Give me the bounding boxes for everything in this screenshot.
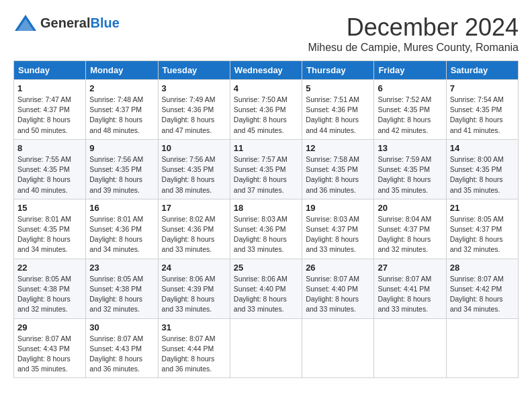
calendar-cell: 26 Sunrise: 8:07 AMSunset: 4:40 PMDaylig… xyxy=(302,259,374,318)
calendar-cell xyxy=(446,318,518,378)
day-detail: Sunrise: 8:06 AMSunset: 4:39 PMDaylight:… xyxy=(162,275,216,314)
day-detail: Sunrise: 7:57 AMSunset: 4:35 PMDaylight:… xyxy=(234,155,287,194)
day-number: 15 xyxy=(17,203,82,213)
weekday-header-wednesday: Wednesday xyxy=(230,61,302,80)
day-detail: Sunrise: 7:54 AMSunset: 4:35 PMDaylight:… xyxy=(450,95,504,134)
day-detail: Sunrise: 8:01 AMSunset: 4:36 PMDaylight:… xyxy=(89,215,143,254)
day-number: 26 xyxy=(306,263,370,273)
day-detail: Sunrise: 8:04 AMSunset: 4:37 PMDaylight:… xyxy=(378,215,431,254)
calendar-week-1: 1 Sunrise: 7:47 AMSunset: 4:37 PMDayligh… xyxy=(14,80,519,140)
calendar-cell: 7 Sunrise: 7:54 AMSunset: 4:35 PMDayligh… xyxy=(446,80,518,140)
weekday-header-tuesday: Tuesday xyxy=(158,61,230,80)
calendar-cell: 8 Sunrise: 7:55 AMSunset: 4:35 PMDayligh… xyxy=(14,139,86,199)
calendar-table: SundayMondayTuesdayWednesdayThursdayFrid… xyxy=(13,60,519,378)
day-number: 13 xyxy=(378,143,442,153)
weekday-header-sunday: Sunday xyxy=(14,61,86,80)
day-detail: Sunrise: 7:49 AMSunset: 4:36 PMDaylight:… xyxy=(162,95,216,134)
day-number: 2 xyxy=(89,83,154,93)
calendar-cell: 23 Sunrise: 8:05 AMSunset: 4:38 PMDaylig… xyxy=(86,259,158,318)
calendar-cell: 16 Sunrise: 8:01 AMSunset: 4:36 PMDaylig… xyxy=(86,199,158,259)
day-number: 6 xyxy=(378,83,442,93)
calendar-cell: 10 Sunrise: 7:56 AMSunset: 4:35 PMDaylig… xyxy=(158,139,230,199)
day-number: 16 xyxy=(89,203,154,213)
day-number: 10 xyxy=(162,143,226,153)
calendar-cell: 19 Sunrise: 8:03 AMSunset: 4:37 PMDaylig… xyxy=(302,199,374,259)
calendar-cell: 17 Sunrise: 8:02 AMSunset: 4:36 PMDaylig… xyxy=(158,199,230,259)
day-number: 1 xyxy=(17,83,82,93)
calendar-cell: 21 Sunrise: 8:05 AMSunset: 4:37 PMDaylig… xyxy=(446,199,518,259)
logo-icon xyxy=(13,13,38,32)
calendar-cell: 29 Sunrise: 8:07 AMSunset: 4:43 PMDaylig… xyxy=(14,318,86,378)
logo-general: General xyxy=(40,15,90,30)
day-number: 18 xyxy=(234,203,298,213)
day-number: 21 xyxy=(450,203,515,213)
weekday-header-saturday: Saturday xyxy=(446,61,518,80)
day-number: 25 xyxy=(234,263,298,273)
day-number: 9 xyxy=(89,143,154,153)
calendar-cell: 6 Sunrise: 7:52 AMSunset: 4:35 PMDayligh… xyxy=(374,80,446,140)
day-detail: Sunrise: 8:02 AMSunset: 4:36 PMDaylight:… xyxy=(162,215,216,254)
calendar-cell: 3 Sunrise: 7:49 AMSunset: 4:36 PMDayligh… xyxy=(158,80,230,140)
day-number: 28 xyxy=(450,263,515,273)
day-detail: Sunrise: 8:07 AMSunset: 4:41 PMDaylight:… xyxy=(378,275,431,314)
calendar-cell: 13 Sunrise: 7:59 AMSunset: 4:35 PMDaylig… xyxy=(374,139,446,199)
day-detail: Sunrise: 7:56 AMSunset: 4:35 PMDaylight:… xyxy=(162,155,216,194)
month-title: December 2024 xyxy=(308,13,519,42)
day-detail: Sunrise: 7:51 AMSunset: 4:36 PMDaylight:… xyxy=(306,95,359,134)
calendar-cell: 15 Sunrise: 8:01 AMSunset: 4:35 PMDaylig… xyxy=(14,199,86,259)
calendar-cell: 31 Sunrise: 8:07 AMSunset: 4:44 PMDaylig… xyxy=(158,318,230,378)
day-detail: Sunrise: 8:06 AMSunset: 4:40 PMDaylight:… xyxy=(234,275,287,314)
day-detail: Sunrise: 7:47 AMSunset: 4:37 PMDaylight:… xyxy=(17,95,71,134)
day-detail: Sunrise: 7:48 AMSunset: 4:37 PMDaylight:… xyxy=(89,95,143,134)
day-number: 8 xyxy=(17,143,82,153)
calendar-cell: 4 Sunrise: 7:50 AMSunset: 4:36 PMDayligh… xyxy=(230,80,302,140)
title-section: December 2024 Mihesu de Campie, Mures Co… xyxy=(308,13,519,54)
day-detail: Sunrise: 7:59 AMSunset: 4:35 PMDaylight:… xyxy=(378,155,431,194)
calendar-cell xyxy=(230,318,302,378)
day-detail: Sunrise: 8:05 AMSunset: 4:37 PMDaylight:… xyxy=(450,215,504,254)
calendar-cell: 5 Sunrise: 7:51 AMSunset: 4:36 PMDayligh… xyxy=(302,80,374,140)
calendar-week-2: 8 Sunrise: 7:55 AMSunset: 4:35 PMDayligh… xyxy=(14,139,519,199)
calendar-week-3: 15 Sunrise: 8:01 AMSunset: 4:35 PMDaylig… xyxy=(14,199,519,259)
logo-blue: Blue xyxy=(90,15,119,30)
day-number: 29 xyxy=(17,322,82,332)
day-detail: Sunrise: 8:05 AMSunset: 4:38 PMDaylight:… xyxy=(17,275,71,314)
calendar-cell: 30 Sunrise: 8:07 AMSunset: 4:43 PMDaylig… xyxy=(86,318,158,378)
day-detail: Sunrise: 8:07 AMSunset: 4:42 PMDaylight:… xyxy=(450,275,504,314)
calendar-cell: 9 Sunrise: 7:56 AMSunset: 4:35 PMDayligh… xyxy=(86,139,158,199)
day-detail: Sunrise: 7:52 AMSunset: 4:35 PMDaylight:… xyxy=(378,95,431,134)
day-detail: Sunrise: 7:58 AMSunset: 4:35 PMDaylight:… xyxy=(306,155,359,194)
day-detail: Sunrise: 8:07 AMSunset: 4:43 PMDaylight:… xyxy=(89,334,143,373)
calendar-cell: 22 Sunrise: 8:05 AMSunset: 4:38 PMDaylig… xyxy=(14,259,86,318)
day-detail: Sunrise: 8:00 AMSunset: 4:35 PMDaylight:… xyxy=(450,155,504,194)
calendar-cell: 11 Sunrise: 7:57 AMSunset: 4:35 PMDaylig… xyxy=(230,139,302,199)
page-header: GeneralBlue December 2024 Mihesu de Camp… xyxy=(13,13,519,54)
day-number: 7 xyxy=(450,83,515,93)
day-number: 12 xyxy=(306,143,370,153)
calendar-cell xyxy=(374,318,446,378)
day-number: 23 xyxy=(89,263,154,273)
day-number: 31 xyxy=(162,322,226,332)
weekday-header-thursday: Thursday xyxy=(302,61,374,80)
calendar-cell: 28 Sunrise: 8:07 AMSunset: 4:42 PMDaylig… xyxy=(446,259,518,318)
calendar-cell: 1 Sunrise: 7:47 AMSunset: 4:37 PMDayligh… xyxy=(14,80,86,140)
weekday-header-row: SundayMondayTuesdayWednesdayThursdayFrid… xyxy=(14,61,519,80)
day-number: 4 xyxy=(234,83,298,93)
day-number: 17 xyxy=(162,203,226,213)
location-subtitle: Mihesu de Campie, Mures County, Romania xyxy=(308,42,519,54)
day-detail: Sunrise: 8:01 AMSunset: 4:35 PMDaylight:… xyxy=(17,215,71,254)
calendar-week-5: 29 Sunrise: 8:07 AMSunset: 4:43 PMDaylig… xyxy=(14,318,519,378)
day-detail: Sunrise: 7:56 AMSunset: 4:35 PMDaylight:… xyxy=(89,155,143,194)
day-number: 20 xyxy=(378,203,442,213)
day-detail: Sunrise: 8:07 AMSunset: 4:44 PMDaylight:… xyxy=(162,334,216,373)
day-detail: Sunrise: 7:50 AMSunset: 4:36 PMDaylight:… xyxy=(234,95,287,134)
calendar-body: 1 Sunrise: 7:47 AMSunset: 4:37 PMDayligh… xyxy=(14,80,519,378)
day-number: 3 xyxy=(162,83,226,93)
calendar-week-4: 22 Sunrise: 8:05 AMSunset: 4:38 PMDaylig… xyxy=(14,259,519,318)
calendar-cell xyxy=(302,318,374,378)
calendar-cell: 25 Sunrise: 8:06 AMSunset: 4:40 PMDaylig… xyxy=(230,259,302,318)
weekday-header-friday: Friday xyxy=(374,61,446,80)
day-detail: Sunrise: 8:03 AMSunset: 4:36 PMDaylight:… xyxy=(234,215,287,254)
calendar-header: SundayMondayTuesdayWednesdayThursdayFrid… xyxy=(14,61,519,80)
day-detail: Sunrise: 8:07 AMSunset: 4:40 PMDaylight:… xyxy=(306,275,359,314)
